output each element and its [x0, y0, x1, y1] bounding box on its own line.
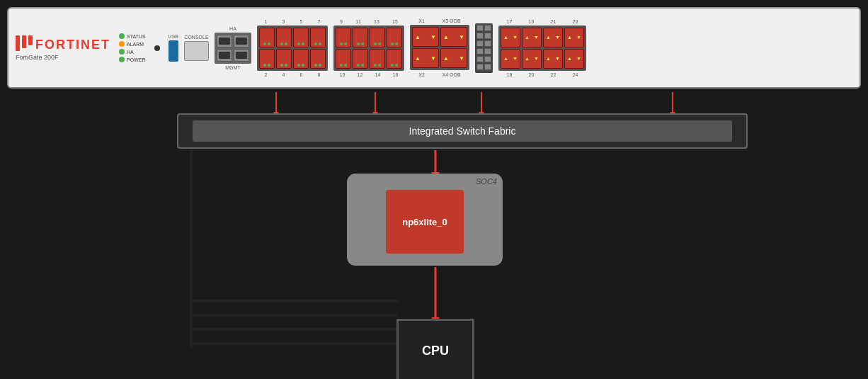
mgmt-port-3	[217, 49, 232, 62]
sfp-arrow-left3: ▲	[415, 55, 421, 62]
sfp-bottom-labels: X2X4 OOB	[410, 72, 469, 77]
sfp-a17: ▲	[503, 35, 508, 40]
fortinet-logo: FORTINET FortiGate 200F	[16, 35, 110, 61]
sfp-port-x2: ▲ ▼	[412, 48, 439, 68]
port-section-17-24: 17192123 ▲ ▼ ▲ ▼ ▲ ▼ ▲ ▼ ▲ ▼	[498, 19, 586, 77]
sfp-a22: ▲	[546, 56, 551, 61]
sfp-b22: ▼	[555, 56, 560, 61]
power-led	[119, 57, 125, 62]
mgmt-port-2	[234, 35, 249, 47]
sfp-a18: ▲	[503, 56, 508, 61]
small-port-10	[484, 56, 491, 62]
sfp-section: X1X3 OOB ▲ ▼ ▲ ▼ ▲ ▼ ▲ ▼ X2X4 OOB	[410, 18, 469, 77]
sfp-port-x1: ▲ ▼	[412, 27, 439, 47]
np6xlite-label: np6xlite_0	[402, 217, 447, 227]
usb-body	[169, 40, 178, 62]
alarm-led-row: ALARM	[119, 41, 146, 47]
small-port-6	[484, 40, 491, 47]
port-numbers-top-2: 9111315	[333, 19, 404, 24]
ha-led	[119, 49, 125, 55]
sfp-arrow-left: ▲	[415, 34, 421, 40]
sfp-arrow-right3: ▼	[430, 55, 436, 62]
port-numbers-bottom-3: 18202224	[498, 72, 586, 77]
rj45-port-6	[276, 49, 292, 69]
console-port: CONSOLE	[184, 35, 209, 61]
usb-port: USB	[169, 34, 178, 62]
rj45-port-1	[259, 28, 275, 47]
sfp-port-x4: ▲ ▼	[440, 48, 467, 68]
logo-bar-3	[28, 35, 33, 45]
status-leds: STATUS ALARM HA POWER	[119, 33, 146, 62]
sfp-b17: ▼	[513, 35, 518, 40]
small-port-3	[476, 33, 484, 39]
sfp-b24: ▼	[576, 56, 581, 61]
small-port-5	[476, 40, 484, 47]
small-port-9	[476, 56, 484, 62]
sfp-b23: ▼	[576, 35, 581, 40]
sfp-arrow-right4: ▼	[459, 55, 464, 62]
sfp-b19: ▼	[534, 35, 539, 40]
switch-fabric-box: Integrated Switch Fabric	[177, 113, 748, 149]
sfp-top-labels: X1X3 OOB	[410, 18, 469, 23]
console-body	[184, 41, 209, 61]
device-panel: FORTINET FortiGate 200F STATUS ALARM HA …	[7, 7, 861, 89]
ha-label: HA	[229, 26, 236, 31]
sfp-b21: ▼	[555, 35, 560, 40]
cpu-box: CPU	[396, 319, 474, 379]
small-port-4	[484, 33, 491, 39]
rj45-port-16	[387, 49, 402, 69]
rj45-port-2	[276, 28, 292, 47]
small-port-7	[476, 48, 484, 55]
sfp-b20: ▼	[534, 56, 539, 61]
ha-led-label: HA	[127, 50, 134, 55]
rj45-port-8	[310, 49, 326, 69]
sfp-a19: ▲	[525, 35, 530, 40]
port-numbers-top-3: 17192123	[498, 19, 586, 24]
rj45-port-10	[353, 28, 368, 47]
soc4-label: SOC4	[476, 177, 497, 186]
rj45-port-5	[259, 49, 275, 69]
rj45-port-9	[336, 28, 351, 47]
sfp-port-20: ▲ ▼	[522, 49, 542, 69]
mgmt-port-4	[234, 49, 249, 62]
diagram-area: Integrated Switch Fabric SOC4 np6xlite_0…	[0, 92, 868, 379]
sfp-port-21: ▲ ▼	[543, 28, 563, 47]
rj45-port-7	[293, 49, 309, 69]
sfp-arrow-left4: ▲	[443, 55, 449, 62]
device-model: FortiGate 200F	[16, 54, 59, 61]
sfp-arrow-right2: ▼	[459, 34, 464, 40]
sfp-port-22: ▲ ▼	[543, 49, 563, 69]
sfp-port-24: ▲ ▼	[564, 49, 584, 69]
rj45-port-15	[370, 49, 385, 69]
cpu-label: CPU	[422, 344, 449, 358]
small-port-2	[484, 25, 491, 31]
port-grid-3: ▲ ▼ ▲ ▼ ▲ ▼ ▲ ▼ ▲ ▼ ▲ ▼	[498, 26, 586, 71]
sfp-a21: ▲	[546, 35, 551, 40]
sfp-port-19: ▲ ▼	[522, 28, 542, 47]
brand-name: FORTINET	[35, 38, 110, 52]
dot-indicator	[154, 45, 160, 51]
usb-label: USB	[169, 34, 178, 39]
switch-fabric-label: Integrated Switch Fabric	[409, 125, 516, 137]
rj45-port-14	[353, 49, 368, 69]
power-led-row: POWER	[119, 57, 146, 62]
port-grid-1	[257, 26, 328, 71]
sfp-port-23: ▲ ▼	[564, 28, 584, 47]
mgmt-label: MGMT	[225, 65, 240, 70]
rj45-port-3	[293, 28, 309, 47]
status-label: STATUS	[127, 34, 146, 39]
logo-bar-2	[22, 35, 26, 48]
small-ports-section	[475, 23, 493, 73]
port-grid-2	[333, 26, 404, 71]
sfp-ports: ▲ ▼ ▲ ▼ ▲ ▼ ▲ ▼	[410, 25, 469, 70]
sfp-port-18: ▲ ▼	[501, 49, 520, 69]
small-port-11	[476, 64, 484, 70]
sfp-arrow-left2: ▲	[443, 34, 449, 40]
small-port-12	[484, 64, 491, 70]
switch-fabric-inner: Integrated Switch Fabric	[193, 120, 732, 142]
status-led-row: STATUS	[119, 33, 146, 39]
mgmt-port-1	[217, 35, 232, 47]
soc4-container: SOC4 np6xlite_0	[347, 174, 503, 266]
sfp-arrow-right: ▼	[430, 34, 436, 40]
status-led	[119, 33, 125, 39]
